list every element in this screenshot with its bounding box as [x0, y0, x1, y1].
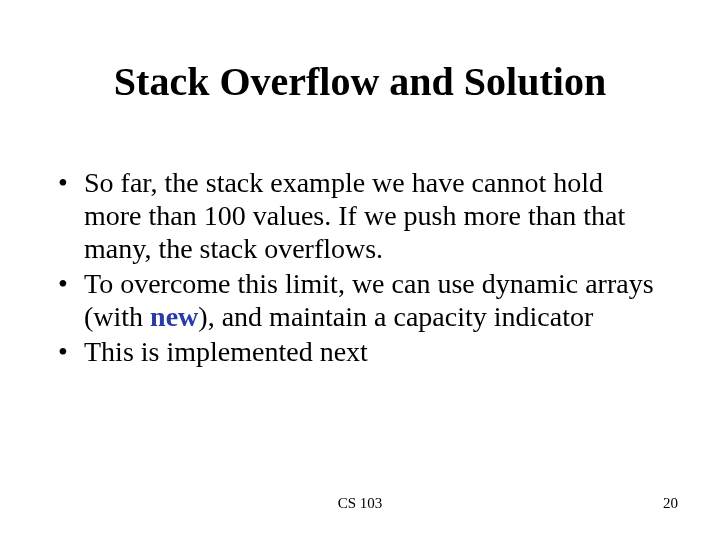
slide-body: So far, the stack example we have cannot… — [54, 166, 666, 370]
footer-course: CS 103 — [0, 495, 720, 512]
bullet-text: So far, the stack example we have cannot… — [84, 167, 625, 264]
list-item: So far, the stack example we have cannot… — [54, 166, 666, 265]
keyword-new: new — [150, 301, 198, 332]
slide-title: Stack Overflow and Solution — [0, 0, 720, 105]
bullet-text: ), and maintain a capacity indicator — [198, 301, 593, 332]
list-item: To overcome this limit, we can use dynam… — [54, 267, 666, 333]
bullet-text: This is implemented next — [84, 336, 368, 367]
bullet-list: So far, the stack example we have cannot… — [54, 166, 666, 368]
footer-page-number: 20 — [663, 495, 678, 512]
slide: Stack Overflow and Solution So far, the … — [0, 0, 720, 540]
list-item: This is implemented next — [54, 335, 666, 368]
